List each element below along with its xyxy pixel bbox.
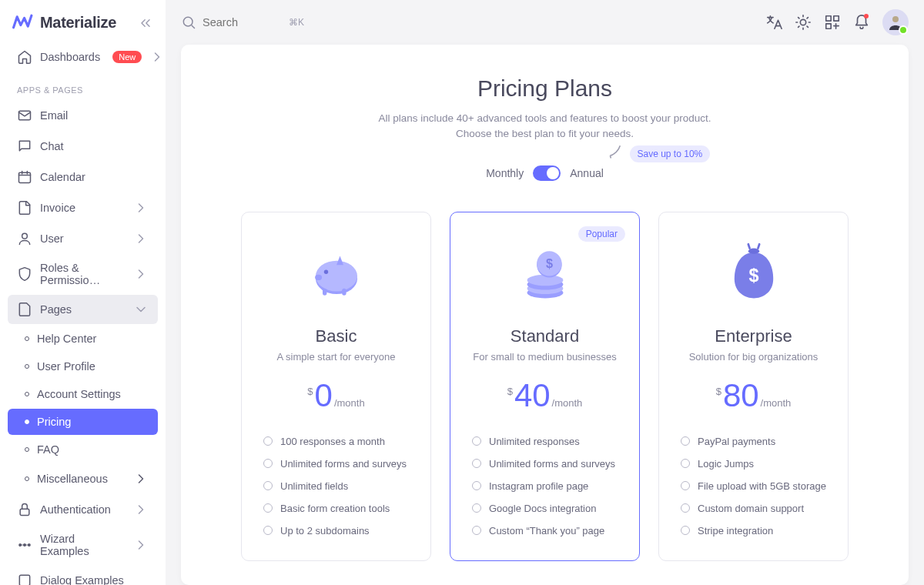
- currency: $: [507, 386, 513, 397]
- brand-name: Materialize: [40, 14, 116, 32]
- plan-price: 80: [723, 379, 759, 412]
- sidebar-sub-user-profile[interactable]: User Profile: [8, 353, 158, 379]
- sidebar-sub-label: FAQ: [37, 443, 59, 456]
- sidebar-collapse-icon[interactable]: [138, 15, 153, 31]
- save-chip: Save up to 10%: [630, 145, 711, 162]
- svg-rect-17: [323, 288, 326, 295]
- svg-rect-3: [20, 509, 29, 515]
- avatar[interactable]: [882, 9, 909, 35]
- billing-annual-label: Annual: [570, 167, 604, 179]
- sidebar-section-apps: APPS & PAGES: [8, 73, 158, 101]
- user-icon: [17, 231, 32, 246]
- sidebar-item-label: User: [40, 232, 64, 245]
- plan-feature: Custom “Thank you” page: [472, 520, 618, 542]
- currency: $: [307, 386, 313, 397]
- sidebar-sub-misc[interactable]: Miscellaneous: [8, 464, 158, 493]
- dots-icon: [17, 537, 32, 553]
- sidebar: Materialize Dashboards New APPS & PAGES …: [0, 0, 166, 585]
- plan-desc: For small to medium businesses: [472, 351, 618, 363]
- sidebar-item-label: Wizard Examples: [40, 533, 126, 557]
- plan-feature: Google Docs integration: [472, 497, 618, 520]
- sidebar-sub-help-center[interactable]: Help Center: [8, 326, 158, 352]
- new-badge: New: [112, 51, 142, 63]
- chevron-down-icon: [133, 302, 149, 317]
- chevron-right-icon: [133, 266, 149, 282]
- svg-point-9: [800, 19, 805, 25]
- plan-feature: Unlimited forms and surveys: [472, 453, 618, 475]
- plan-name: Standard: [472, 326, 618, 346]
- plan-enterprise: $ Enterprise Solution for big organizati…: [658, 212, 849, 561]
- sidebar-sub-faq[interactable]: FAQ: [8, 436, 158, 463]
- popular-badge: Popular: [578, 226, 625, 242]
- sidebar-item-wizard[interactable]: Wizard Examples: [8, 526, 158, 564]
- plan-name: Enterprise: [681, 326, 826, 346]
- sidebar-sub-label: Miscellaneous: [37, 473, 108, 485]
- sidebar-item-label: Dashboards: [40, 51, 100, 63]
- grid-icon[interactable]: [824, 14, 841, 31]
- sidebar-item-pages[interactable]: Pages: [8, 295, 158, 324]
- sidebar-item-label: Calendar: [40, 171, 85, 183]
- svg-rect-1: [19, 172, 31, 182]
- file-icon: [17, 200, 32, 216]
- svg-point-8: [183, 17, 192, 26]
- sidebar-item-dashboards[interactable]: Dashboards New: [8, 42, 158, 72]
- plan-feature: 100 responses a month: [263, 430, 409, 453]
- plan-feature: Unlimited responses: [472, 430, 618, 453]
- plan-basic: Basic A simple start for everyone $ 0 /m…: [241, 212, 431, 561]
- main: ⌘K Pricing Plans All plans include 40+ a…: [166, 0, 924, 585]
- plan-feature: PayPal payments: [681, 430, 826, 453]
- svg-point-16: [323, 269, 327, 273]
- brand-logo-icon: [12, 14, 34, 32]
- billing-monthly-label: Monthly: [486, 167, 524, 179]
- plan-feature: Logic Jumps: [681, 453, 826, 475]
- translate-icon[interactable]: [765, 14, 782, 31]
- page-subtitle-2: Choose the best plan to fit your needs.: [212, 126, 878, 142]
- theme-icon[interactable]: [795, 14, 812, 31]
- svg-point-15: [316, 260, 357, 291]
- plan-name: Basic: [263, 326, 409, 346]
- sidebar-item-roles[interactable]: Roles & Permissio…: [8, 255, 158, 293]
- plan-standard: Popular $ Standard For small to medium b…: [450, 212, 640, 561]
- save-badge: Save up to 10%: [607, 142, 711, 162]
- search-input[interactable]: [203, 16, 280, 28]
- sidebar-item-label: Chat: [40, 140, 64, 152]
- svg-point-2: [22, 233, 28, 239]
- plan-feature: Basic form creation tools: [263, 497, 409, 520]
- plan-basic-icon: [263, 231, 409, 316]
- mail-icon: [17, 108, 32, 123]
- currency: $: [716, 386, 721, 397]
- plan-feature: Instagram profile page: [472, 475, 618, 497]
- sidebar-sub-label: User Profile: [37, 360, 95, 373]
- sidebar-item-label: Roles & Permissio…: [40, 262, 126, 286]
- sidebar-item-authentication[interactable]: Authentication: [8, 495, 158, 524]
- price-period: /month: [761, 397, 792, 409]
- svg-rect-18: [342, 288, 346, 295]
- page-title: Pricing Plans: [212, 75, 878, 102]
- plan-feature: Stripe integration: [681, 520, 826, 542]
- sidebar-item-label: Invoice: [40, 202, 75, 214]
- sidebar-item-label: Email: [40, 109, 68, 122]
- sidebar-item-calendar[interactable]: Calendar: [8, 162, 158, 192]
- plan-price: 40: [514, 379, 551, 412]
- sidebar-item-chat[interactable]: Chat: [8, 132, 158, 161]
- billing-toggle[interactable]: [533, 165, 561, 181]
- plan-feature: Up to 2 subdomains: [263, 520, 409, 542]
- plan-price: 0: [315, 379, 333, 412]
- sidebar-item-dialog[interactable]: Dialog Examples: [8, 566, 158, 585]
- sidebar-item-invoice[interactable]: Invoice: [8, 193, 158, 222]
- price-period: /month: [334, 397, 365, 409]
- sidebar-item-label: Authentication: [40, 503, 111, 516]
- bell-icon[interactable]: [853, 14, 870, 31]
- sidebar-item-user[interactable]: User: [8, 224, 158, 253]
- chevron-right-icon: [133, 231, 149, 246]
- sidebar-sub-account-settings[interactable]: Account Settings: [8, 381, 158, 407]
- sidebar-sub-pricing[interactable]: Pricing: [8, 409, 158, 435]
- sidebar-sub-label: Account Settings: [37, 388, 121, 400]
- sidebar-item-email[interactable]: Email: [8, 101, 158, 130]
- pricing-card: Pricing Plans All plans include 40+ adva…: [181, 45, 909, 585]
- sidebar-item-label: Pages: [40, 303, 72, 316]
- plan-standard-icon: $: [472, 231, 618, 316]
- calendar-icon: [17, 169, 32, 185]
- search-icon[interactable]: [181, 15, 196, 30]
- square-icon: [17, 573, 32, 585]
